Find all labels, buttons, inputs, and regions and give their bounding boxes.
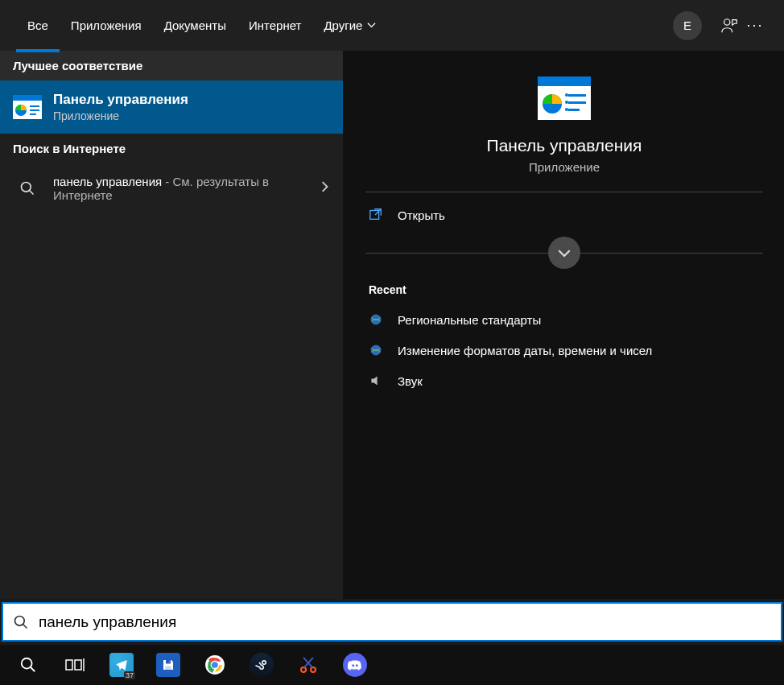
feedback-icon[interactable]: [716, 17, 742, 35]
svg-rect-5: [30, 109, 39, 111]
badge-count: 37: [124, 671, 135, 679]
svg-point-14: [565, 93, 568, 97]
svg-point-35: [356, 664, 358, 666]
svg-point-7: [22, 183, 31, 192]
recent-label: Звук: [398, 374, 423, 388]
taskbar-app-save[interactable]: [146, 647, 190, 683]
svg-point-15: [565, 101, 568, 104]
chevron-right-icon: [319, 181, 330, 196]
preview-subtitle: Приложение: [529, 160, 600, 174]
svg-rect-2: [13, 95, 42, 101]
svg-point-32: [301, 667, 306, 672]
svg-rect-26: [169, 661, 171, 663]
taskbar: 37: [0, 645, 784, 685]
svg-rect-13: [568, 109, 580, 111]
open-label: Открыть: [398, 208, 445, 222]
user-avatar[interactable]: E: [673, 11, 702, 40]
search-input[interactable]: [39, 604, 781, 640]
search-bar: [0, 599, 784, 645]
svg-point-31: [263, 662, 266, 664]
tab-documents[interactable]: Документы: [153, 2, 237, 52]
results-panel: Лучшее соответствие Панель уп: [0, 51, 343, 599]
svg-rect-22: [66, 660, 72, 670]
recent-label: Региональные стандарты: [398, 313, 541, 327]
open-icon: [369, 207, 383, 224]
web-result-query: панель управления: [53, 175, 162, 188]
svg-rect-6: [30, 113, 36, 115]
taskbar-app-steam[interactable]: [240, 647, 283, 683]
recent-item[interactable]: Звук: [365, 365, 763, 396]
web-search-header: Поиск в Интернете: [0, 134, 343, 163]
result-title: Панель управления: [53, 92, 330, 108]
tab-apps[interactable]: Приложения: [60, 2, 153, 52]
tab-all[interactable]: Все: [16, 2, 60, 52]
speaker-icon: [369, 373, 383, 388]
best-match-result[interactable]: Панель управления Приложение: [0, 80, 343, 134]
recent-header: Recent: [365, 269, 763, 304]
svg-point-0: [724, 19, 730, 24]
svg-rect-9: [538, 76, 591, 86]
control-panel-icon: [13, 94, 42, 120]
taskbar-app-chrome[interactable]: [193, 647, 237, 683]
chevron-down-icon: [367, 19, 376, 32]
taskbar-app-telegram[interactable]: 37: [100, 647, 143, 683]
globe-icon: [369, 312, 383, 327]
expand-button[interactable]: [548, 237, 580, 269]
svg-rect-25: [165, 666, 171, 671]
open-action[interactable]: Открыть: [365, 192, 763, 238]
expand-actions: [365, 237, 763, 269]
svg-point-20: [15, 616, 25, 625]
svg-rect-23: [75, 660, 81, 670]
tab-internet[interactable]: Интернет: [237, 2, 312, 52]
result-subtitle: Приложение: [53, 109, 330, 122]
taskbar-app-discord[interactable]: [333, 647, 377, 683]
recent-item[interactable]: Региональные стандарты: [365, 304, 763, 335]
best-match-header: Лучшее соответствие: [0, 51, 343, 80]
taskbar-app-snip[interactable]: [287, 647, 330, 683]
svg-rect-12: [568, 101, 586, 104]
task-view-button[interactable]: [53, 647, 97, 683]
search-icon: [3, 614, 39, 630]
svg-rect-11: [568, 94, 586, 97]
preview-app-icon: [538, 76, 591, 120]
search-icon: [13, 175, 42, 201]
recent-label: Изменение форматов даты, времени и чисел: [398, 344, 652, 357]
svg-point-33: [311, 667, 316, 672]
more-options-icon[interactable]: ···: [742, 17, 768, 34]
web-search-result[interactable]: панель управления - См. результаты в Инт…: [0, 163, 343, 213]
svg-point-16: [565, 108, 568, 111]
search-box[interactable]: [2, 602, 782, 642]
tab-more[interactable]: Другие: [312, 2, 387, 52]
svg-point-28: [212, 662, 218, 668]
globe-icon: [369, 343, 383, 357]
taskbar-search-button[interactable]: [6, 647, 50, 683]
preview-title: Панель управления: [487, 136, 642, 155]
scope-tabs: Все Приложения Документы Интернет Другие…: [0, 0, 784, 51]
svg-point-34: [352, 664, 354, 666]
preview-panel: Панель управления Приложение Открыть Rec…: [343, 51, 784, 599]
svg-rect-4: [30, 105, 39, 107]
svg-point-21: [22, 658, 32, 669]
search-flyout: Все Приложения Документы Интернет Другие…: [0, 0, 784, 599]
recent-item[interactable]: Изменение форматов даты, времени и чисел: [365, 335, 763, 365]
